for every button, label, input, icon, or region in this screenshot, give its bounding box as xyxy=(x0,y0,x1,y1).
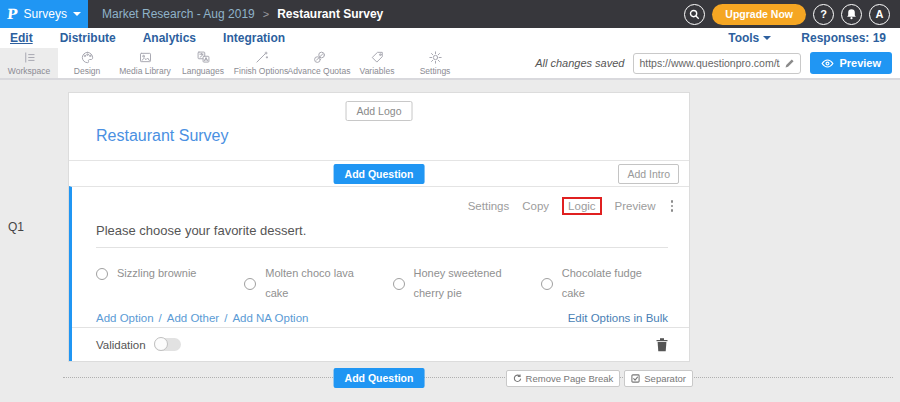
trash-icon xyxy=(655,337,669,352)
option-links-row: Add Option / Add Other / Add NA Option E… xyxy=(96,312,668,324)
upgrade-now-button[interactable]: Upgrade Now xyxy=(712,4,806,25)
radio-button-icon[interactable] xyxy=(541,278,553,290)
add-intro-button[interactable]: Add Intro xyxy=(618,164,679,184)
survey-url-input[interactable] xyxy=(634,57,780,69)
finish-options-icon xyxy=(254,50,269,65)
breadcrumb-parent[interactable]: Market Research - Aug 2019 xyxy=(102,7,255,21)
app-window: P Surveys Market Research - Aug 2019 > R… xyxy=(0,0,900,402)
separator-toggle-button[interactable]: Separator xyxy=(624,370,693,387)
menubar-right: Tools Responses: 19 xyxy=(728,31,886,45)
validation-label: Validation xyxy=(96,339,146,351)
kebab-menu-icon[interactable] xyxy=(669,198,676,214)
pencil-icon xyxy=(784,58,795,69)
eye-icon xyxy=(821,59,834,68)
variables-icon xyxy=(370,50,385,65)
topbar-actions: Upgrade Now ? A xyxy=(684,4,890,25)
tools-label: Tools xyxy=(728,31,759,45)
answer-option-3[interactable]: Honey sweetened cherry pie xyxy=(393,264,541,304)
question-copy-button[interactable]: Copy xyxy=(522,200,549,212)
toggle-knob xyxy=(154,337,168,351)
ribbon-toolbar: Workspace Design Media Library Languages… xyxy=(0,48,900,80)
link-separator: / xyxy=(159,312,162,324)
caret-down-icon xyxy=(73,12,81,16)
account-avatar[interactable]: A xyxy=(869,4,890,25)
questionpro-logo-icon: P xyxy=(6,6,18,22)
tools-dropdown[interactable]: Tools xyxy=(728,31,771,45)
ribbon-item-workspace[interactable]: Workspace xyxy=(0,48,58,78)
ribbon-item-finish-options[interactable]: Finish Options xyxy=(232,48,290,78)
survey-canvas: Q1 Add Logo Restaurant Survey Add Questi… xyxy=(0,80,900,400)
menu-item-integration[interactable]: Integration xyxy=(223,31,285,45)
question-text[interactable]: Please choose your favorite dessert. xyxy=(96,223,668,248)
radio-button-icon[interactable] xyxy=(96,268,108,280)
add-question-button-top[interactable]: Add Question xyxy=(334,164,425,184)
design-icon xyxy=(80,50,95,65)
menu-item-distribute[interactable]: Distribute xyxy=(60,31,116,45)
help-button[interactable]: ? xyxy=(813,4,834,25)
answer-option-2[interactable]: Molten choco lava cake xyxy=(244,264,392,304)
link-separator: / xyxy=(224,312,227,324)
validation-row: Validation xyxy=(72,327,689,361)
radio-button-icon[interactable] xyxy=(244,278,256,290)
page-break-row: Add Question Remove Page Break Separator xyxy=(63,368,893,386)
product-label: Surveys xyxy=(24,7,67,21)
radio-button-icon[interactable] xyxy=(393,278,405,290)
notifications-button[interactable] xyxy=(841,4,862,25)
ribbon-right: All changes saved Preview xyxy=(535,48,892,78)
question-number-label: Q1 xyxy=(8,220,24,234)
checkbox-checked-icon xyxy=(631,374,640,383)
responses-count[interactable]: Responses: 19 xyxy=(801,31,886,45)
add-question-row: Add Question Add Intro xyxy=(69,160,689,186)
answer-option-4[interactable]: Chocolate fudge cake xyxy=(541,264,689,304)
ribbon-item-variables[interactable]: Variables xyxy=(348,48,406,78)
add-na-option-link[interactable]: Add NA Option xyxy=(232,312,308,324)
survey-card: Add Logo Restaurant Survey Add Question … xyxy=(68,92,690,362)
validation-toggle[interactable] xyxy=(154,338,181,351)
question-logic-button[interactable]: Logic xyxy=(562,197,602,215)
question-toolbar: Settings Copy Logic Preview xyxy=(468,197,675,215)
page-break-controls: Remove Page Break Separator xyxy=(506,370,693,387)
add-logo-button[interactable]: Add Logo xyxy=(346,101,413,121)
survey-url-box xyxy=(633,53,801,74)
question-settings-button[interactable]: Settings xyxy=(468,200,510,212)
menu-item-edit[interactable]: Edit xyxy=(10,31,33,45)
languages-icon xyxy=(196,50,211,65)
add-option-link[interactable]: Add Option xyxy=(96,312,154,324)
ribbon-item-settings[interactable]: Settings xyxy=(406,48,464,78)
answer-options: Sizzling brownie Molten choco lava cake … xyxy=(96,264,689,304)
menu-bar: Edit Distribute Analytics Integration To… xyxy=(0,28,900,48)
media-library-icon xyxy=(138,50,153,65)
autosave-status: All changes saved xyxy=(535,57,624,69)
add-question-button-bottom[interactable]: Add Question xyxy=(334,368,425,388)
remove-page-break-button[interactable]: Remove Page Break xyxy=(506,370,621,387)
delete-question-button[interactable] xyxy=(655,337,669,352)
survey-header-section: Add Logo Restaurant Survey xyxy=(69,93,689,160)
validation-control: Validation xyxy=(96,338,181,351)
add-other-link[interactable]: Add Other xyxy=(167,312,219,324)
breadcrumb: Market Research - Aug 2019 > Restaurant … xyxy=(102,7,383,21)
survey-title[interactable]: Restaurant Survey xyxy=(96,127,229,145)
edit-url-button[interactable] xyxy=(780,58,798,69)
settings-icon xyxy=(428,50,443,65)
breadcrumb-current: Restaurant Survey xyxy=(277,7,383,21)
advance-quotas-icon xyxy=(312,50,327,65)
search-button[interactable] xyxy=(684,4,705,25)
question-preview-button[interactable]: Preview xyxy=(615,200,656,212)
menu-items: Edit Distribute Analytics Integration xyxy=(10,31,285,45)
surveys-menu-button[interactable]: P Surveys xyxy=(0,0,88,28)
refresh-icon xyxy=(513,374,522,383)
ribbon-item-languages[interactable]: Languages xyxy=(174,48,232,78)
breadcrumb-separator: > xyxy=(263,8,269,20)
workspace-icon xyxy=(22,50,37,65)
preview-button[interactable]: Preview xyxy=(810,52,892,74)
top-bar: P Surveys Market Research - Aug 2019 > R… xyxy=(0,0,900,28)
edit-options-in-bulk-link[interactable]: Edit Options in Bulk xyxy=(568,312,668,324)
caret-down-icon xyxy=(763,36,771,40)
question-block: Settings Copy Logic Preview Please choos… xyxy=(69,186,689,361)
ribbon-item-media-library[interactable]: Media Library xyxy=(116,48,174,78)
answer-option-1[interactable]: Sizzling brownie xyxy=(96,264,244,284)
ribbon-item-advance-quotas[interactable]: Advance Quotas xyxy=(290,48,348,78)
search-icon xyxy=(689,9,700,20)
menu-item-analytics[interactable]: Analytics xyxy=(143,31,196,45)
ribbon-item-design[interactable]: Design xyxy=(58,48,116,78)
